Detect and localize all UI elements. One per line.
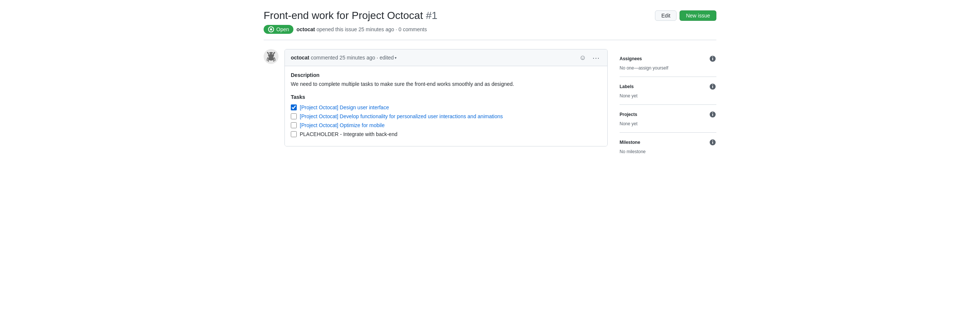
task-list: [Project Octocat] Design user interface …: [291, 104, 601, 137]
sidebar-milestone-section: Milestone No milestone: [620, 133, 716, 160]
issue-title: Front-end work for Project Octocat #1: [264, 9, 438, 22]
issue-body-layout: octocat commented 25 minutes ago · edite…: [264, 49, 716, 160]
comment-edited-label[interactable]: edited ▾: [379, 55, 396, 60]
projects-value: None yet: [620, 121, 716, 127]
task-link-3[interactable]: [Project Octocat] Optimize for mobile: [300, 122, 385, 128]
task-checkbox-3[interactable]: [291, 122, 297, 128]
task-checkbox-4[interactable]: [291, 131, 297, 137]
assignees-title: Assignees: [620, 56, 642, 61]
sidebar-labels-header: Labels: [620, 83, 716, 90]
labels-value: None yet: [620, 93, 716, 98]
sidebar-projects-section: Projects None yet: [620, 105, 716, 133]
tasks-title: Tasks: [291, 94, 601, 100]
comment-box: octocat commented 25 minutes ago · edite…: [285, 49, 608, 146]
comment-header: octocat commented 25 minutes ago · edite…: [285, 49, 607, 66]
task-checkbox-2[interactable]: [291, 113, 297, 119]
projects-gear-button[interactable]: [709, 111, 716, 118]
svg-point-6: [268, 57, 274, 60]
description-text: We need to complete multiple tasks to ma…: [291, 80, 601, 88]
task-text-4: PLACEHOLDER - Integrate with back-end: [300, 131, 397, 137]
milestone-title: Milestone: [620, 140, 640, 145]
milestone-gear-button[interactable]: [709, 139, 716, 146]
issue-sidebar: Assignees No one—assign yourself Labels: [620, 49, 716, 160]
task-link-1[interactable]: [Project Octocat] Design user interface: [300, 104, 389, 111]
sidebar-projects-header: Projects: [620, 111, 716, 118]
comment-author[interactable]: octocat: [291, 55, 309, 60]
issue-meta-text: octocat opened this issue 25 minutes ago…: [296, 26, 427, 32]
list-item: PLACEHOLDER - Integrate with back-end: [291, 131, 601, 137]
list-item: [Project Octocat] Optimize for mobile: [291, 122, 601, 128]
emoji-reaction-button[interactable]: ☺: [578, 52, 588, 63]
more-options-button[interactable]: ···: [591, 52, 601, 63]
description-title: Description: [291, 72, 601, 78]
assignees-gear-button[interactable]: [709, 55, 716, 62]
sidebar-milestone-header: Milestone: [620, 139, 716, 146]
task-checkbox-1[interactable]: [291, 104, 297, 111]
author-link[interactable]: octocat: [296, 26, 315, 32]
projects-title: Projects: [620, 112, 637, 117]
header-actions: Edit New issue: [655, 10, 716, 21]
issue-meta: Open octocat opened this issue 25 minute…: [264, 25, 716, 34]
list-item: [Project Octocat] Design user interface: [291, 104, 601, 111]
task-link-2[interactable]: [Project Octocat] Develop functionality …: [300, 113, 503, 119]
header-divider: [264, 40, 716, 40]
labels-gear-button[interactable]: [709, 83, 716, 90]
status-badge: Open: [264, 25, 293, 34]
new-issue-button[interactable]: New issue: [679, 10, 716, 21]
comment-timestamp: commented 25 minutes ago: [311, 55, 375, 60]
sidebar-assignees-section: Assignees No one—assign yourself: [620, 49, 716, 77]
comment-container: octocat commented 25 minutes ago · edite…: [264, 49, 608, 146]
list-item: [Project Octocat] Develop functionality …: [291, 113, 601, 119]
issue-main: octocat commented 25 minutes ago · edite…: [264, 49, 608, 160]
svg-point-4: [270, 54, 270, 55]
open-icon: [268, 26, 274, 32]
issue-number: #1: [426, 9, 438, 21]
labels-title: Labels: [620, 84, 634, 89]
sidebar-labels-section: Labels None yet: [620, 77, 716, 105]
assign-yourself-link[interactable]: No one—assign yourself: [620, 65, 668, 71]
assignees-value: No one—assign yourself: [620, 65, 716, 71]
comment-author-info: octocat commented 25 minutes ago · edite…: [291, 55, 396, 60]
edit-button[interactable]: Edit: [655, 10, 676, 21]
comment-body: Description We need to complete multiple…: [285, 66, 607, 146]
sidebar-assignees-header: Assignees: [620, 55, 716, 62]
avatar: [264, 49, 278, 64]
comment-header-actions: ☺ ···: [578, 52, 601, 63]
milestone-value: No milestone: [620, 149, 716, 154]
svg-point-5: [272, 54, 273, 55]
